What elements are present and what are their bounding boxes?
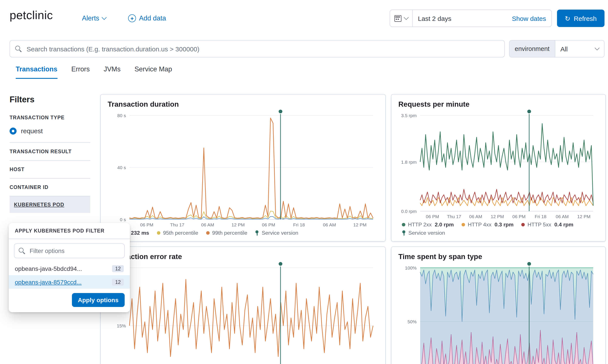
pod-option-selected[interactable]: opbeans-java-8579ccd... 12 [9,275,130,289]
svg-text:50%: 50% [407,319,417,324]
environment-value: All [560,45,568,52]
add-data-link[interactable]: + Add data [128,14,166,22]
svg-text:06 AM: 06 AM [469,214,482,219]
kubernetes-pod-popover: APPLY KUBERNETES POD FILTER opbeans-java… [9,223,130,312]
svg-text:12 PM: 12 PM [491,214,504,219]
show-dates-link[interactable]: Show dates [512,14,551,22]
svg-text:06 PM: 06 PM [262,222,275,227]
dot-icon [206,231,210,235]
filter-section-container-id[interactable]: CONTAINER ID [10,178,90,196]
refresh-icon: ↻ [565,15,570,22]
svg-text:0 s: 0 s [120,217,126,222]
count-badge: 12 [112,278,124,286]
popover-title: APPLY KUBERNETES POD FILTER [9,223,130,239]
svg-text:100%: 100% [405,265,417,270]
panel-title: Time spent by span type [398,253,598,261]
svg-text:06 AM: 06 AM [323,222,336,227]
app-root: petclinic Alerts + Add data Last 2 days … [0,0,608,364]
svg-text:15%: 15% [117,323,126,328]
svg-text:Thu 17: Thu 17 [447,214,461,219]
svg-text:12 PM: 12 PM [231,222,245,227]
dot-icon [402,223,405,226]
dot-icon [522,223,525,226]
date-bar: Last 2 days Show dates ↻ Refresh [390,10,605,27]
transaction-duration-panel: Transaction duration 0 s40 s80 s06 PMThu… [100,94,386,242]
filter-section-transaction-type: TRANSACTION TYPE [10,111,90,125]
filter-section-transaction-result[interactable]: TRANSACTION RESULT [10,142,90,160]
legend-item[interactable]: Service version [402,230,445,236]
legend-item[interactable]: 99th percentile [206,230,247,236]
calendar-button[interactable] [390,10,413,26]
transaction-error-rate-chart[interactable]: 0%15%30%06 PMThu 1706 AM12 PM06 PMFri 18… [108,261,378,364]
radio-selected-icon [10,127,16,134]
search-icon [19,247,25,254]
tab-jvms[interactable]: JVMs [104,65,121,79]
transaction-error-rate-panel: Transaction error rate 0%15%30%06 PMThu … [100,247,386,364]
svg-text:12 PM: 12 PM [577,214,591,219]
app-logo: petclinic [10,9,53,22]
svg-text:3.5 rpm: 3.5 rpm [401,113,417,118]
chevron-down-icon [595,46,600,51]
chart-legend: HTTP 2xx2.0 rpmHTTP 4xx0.3 rpmHTTP 5xx0.… [398,220,598,237]
charts-grid: Transaction duration 0 s40 s80 s06 PMThu… [100,94,606,364]
panel-title: Transaction duration [108,100,378,108]
dot-icon [461,223,465,226]
search-input[interactable] [26,45,499,53]
date-range-value[interactable]: Last 2 days [413,14,512,22]
svg-text:06 PM: 06 PM [426,214,439,219]
tab-service-map[interactable]: Service Map [135,65,172,79]
legend-item[interactable]: HTTP 5xx0.4 rpm [522,222,573,228]
search-box [10,40,505,57]
chevron-down-icon [102,15,107,20]
dot-icon [157,231,160,235]
alerts-dropdown[interactable]: Alerts [82,14,106,22]
tab-errors[interactable]: Errors [71,65,90,79]
panel-title: Transaction error rate [108,253,378,261]
filters-title: Filters [10,95,90,104]
tab-transactions[interactable]: Transactions [16,65,57,79]
pod-option[interactable]: opbeans-java-5bdcd94... 12 [9,262,130,275]
time-spent-by-span-type-chart[interactable]: 0%50%100%06 PMThu 1706 AM12 PM06 PMFri 1… [398,261,598,364]
legend-item[interactable]: Service version [255,230,298,236]
filter-section-host[interactable]: HOST [10,160,90,178]
apply-options-button[interactable]: Apply options [72,293,125,307]
search-icon [15,46,22,52]
svg-text:06 PM: 06 PM [512,214,526,219]
pin-icon [255,230,259,235]
legend-item[interactable]: HTTP 4xx0.3 rpm [461,222,513,228]
svg-text:06 AM: 06 AM [556,214,569,219]
svg-text:Thu 17: Thu 17 [170,222,184,227]
add-data-label: Add data [139,14,166,22]
refresh-button[interactable]: ↻ Refresh [557,10,605,27]
radio-request-label: request [21,127,43,135]
chevron-down-icon [404,15,409,20]
refresh-label: Refresh [574,14,597,22]
svg-text:80 s: 80 s [117,113,126,118]
chart-legend: Avg.232 ms95th percentile99th percentile… [108,228,378,237]
filter-section-kubernetes-pod[interactable]: KUBERNETES POD [10,196,90,213]
alerts-label: Alerts [82,14,99,22]
search-row: environment All [10,40,605,57]
legend-item[interactable]: 95th percentile [157,230,198,236]
requests-per-minute-chart[interactable]: 0.0 rpm1.8 rpm3.5 rpm06 PMThu 1706 AM12 … [398,108,598,220]
panel-title: Requests per minute [398,100,598,108]
radio-request[interactable]: request [10,125,90,142]
tab-bar: Transactions Errors JVMs Service Map [16,65,172,79]
legend-item[interactable]: HTTP 2xx2.0 rpm [402,222,454,228]
environment-select[interactable]: All [555,40,604,57]
pin-icon [402,230,406,235]
svg-text:Fri 18: Fri 18 [293,222,305,227]
svg-text:12 PM: 12 PM [353,222,366,227]
svg-text:06 AM: 06 AM [201,222,214,227]
transaction-duration-chart[interactable]: 0 s40 s80 s06 PMThu 1706 AM12 PM06 PMFri… [108,108,378,228]
svg-text:Fri 18: Fri 18 [535,214,547,219]
environment-filter: environment All [509,40,605,57]
count-badge: 12 [112,265,124,272]
filter-options-input[interactable] [29,247,120,255]
svg-text:1.8 rpm: 1.8 rpm [401,160,417,165]
time-spent-by-span-type-panel: Time spent by span type 0%50%100%06 PMTh… [391,247,606,364]
plus-circle-icon: + [128,14,136,22]
svg-text:40 s: 40 s [117,165,126,170]
calendar-icon [394,15,401,22]
date-picker: Last 2 days Show dates [390,10,552,27]
